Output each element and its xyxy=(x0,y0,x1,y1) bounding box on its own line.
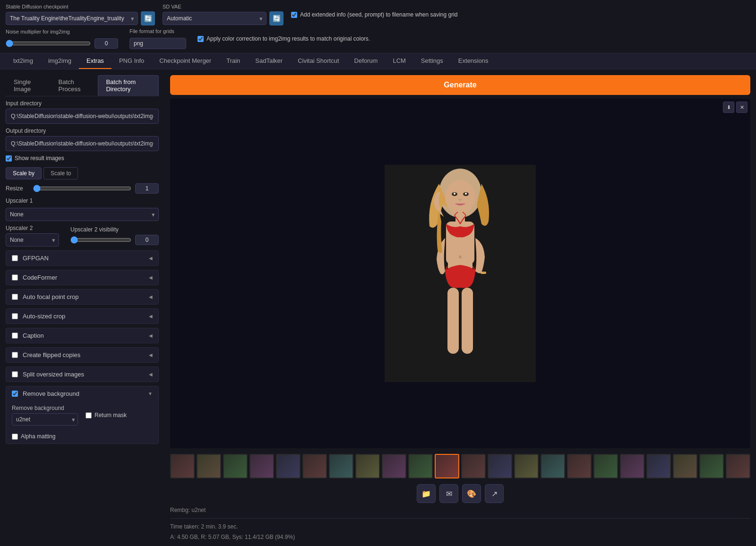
noise-input[interactable]: 0 xyxy=(94,38,118,49)
output-directory-input[interactable]: Q:\StableDiffusion\stable-diffusion-webu… xyxy=(6,136,159,151)
flipped-copies-section: Create flipped copies ◀ xyxy=(6,347,159,363)
split-oversized-label: Split oversized images xyxy=(23,371,144,378)
split-oversized-checkbox[interactable] xyxy=(12,371,18,377)
tab-checkpoint-merger[interactable]: Checkpoint Merger xyxy=(152,53,219,69)
split-oversized-header[interactable]: Split oversized images ◀ xyxy=(6,367,158,382)
flipped-copies-checkbox[interactable] xyxy=(12,352,18,358)
send-to-img2img-button[interactable]: ✉ xyxy=(439,484,458,503)
remove-bg-header[interactable]: Remove background ▼ xyxy=(6,386,158,401)
gfpgan-section: GFPGAN ◀ xyxy=(6,250,159,266)
codeformer-header[interactable]: CodeFormer ◀ xyxy=(6,270,158,285)
right-panel: Generate ⬇ ✕ xyxy=(164,69,756,546)
tab-extensions[interactable]: Extensions xyxy=(451,53,496,69)
upscaler2-visibility-slider[interactable] xyxy=(70,236,131,244)
thumbnail-3[interactable] xyxy=(249,454,274,478)
show-result-images-checkbox[interactable] xyxy=(6,155,12,162)
tab-train[interactable]: Train xyxy=(219,53,248,69)
thumbnail-8[interactable] xyxy=(382,454,406,478)
input-directory-input[interactable]: Q:\StableDiffusion\stable-diffusion-webu… xyxy=(6,109,159,124)
vae-select[interactable]: Automatic xyxy=(163,12,266,25)
u2net-select[interactable]: u2net xyxy=(12,413,78,426)
thumbnail-12[interactable] xyxy=(488,454,512,478)
thumbnail-16[interactable] xyxy=(593,454,618,478)
download-image-button[interactable]: ⬇ xyxy=(723,102,734,113)
tab-deforum[interactable]: Deforum xyxy=(347,53,386,69)
color-correction-checkbox[interactable] xyxy=(198,36,204,42)
scale-to-tab[interactable]: Scale to xyxy=(43,167,78,179)
extended-info-checkbox[interactable] xyxy=(291,12,297,18)
thumbnail-13[interactable] xyxy=(514,454,539,478)
checkpoint-select[interactable]: The Truality Engine\theTrualityEngine_tr… xyxy=(6,12,138,25)
subtab-batch-process[interactable]: Batch Process xyxy=(51,75,98,96)
caption-header[interactable]: Caption ◀ xyxy=(6,328,158,343)
thumbnail-5[interactable] xyxy=(302,454,327,478)
palette-button[interactable]: 🎨 xyxy=(462,484,481,503)
caption-checkbox[interactable] xyxy=(12,333,18,339)
gfpgan-checkbox[interactable] xyxy=(12,255,18,261)
alpha-matting-checkbox[interactable] xyxy=(12,434,18,440)
tab-pnginfo[interactable]: PNG Info xyxy=(112,53,152,69)
thumbnail-9[interactable] xyxy=(408,454,433,478)
generate-button[interactable]: Generate xyxy=(170,75,750,95)
flipped-copies-header[interactable]: Create flipped copies ◀ xyxy=(6,348,158,362)
tab-txt2img[interactable]: txt2img xyxy=(6,53,41,69)
thumbnail-7[interactable] xyxy=(355,454,380,478)
thumbnail-0[interactable] xyxy=(170,454,195,478)
auto-sized-header[interactable]: Auto-sized crop ◀ xyxy=(6,309,158,324)
thumbnail-1[interactable] xyxy=(197,454,221,478)
remove-bg-checkbox[interactable] xyxy=(12,391,18,397)
thumbnail-15[interactable] xyxy=(567,454,592,478)
svg-point-2 xyxy=(445,180,475,214)
subtab-batch-from-directory[interactable]: Batch from Directory xyxy=(98,75,159,96)
close-image-button[interactable]: ✕ xyxy=(736,102,747,113)
open-folder-button[interactable]: 📁 xyxy=(417,484,436,503)
checkpoint-refresh-button[interactable]: 🔄 xyxy=(141,11,155,26)
auto-focal-checkbox[interactable] xyxy=(12,294,18,300)
codeformer-checkbox[interactable] xyxy=(12,274,18,281)
upscaler1-label: Upscaler 1 xyxy=(6,197,159,204)
tab-settings[interactable]: Settings xyxy=(413,53,451,69)
return-mask-checkbox[interactable] xyxy=(86,412,92,418)
auto-focal-header[interactable]: Auto focal point crop ◀ xyxy=(6,290,158,304)
thumbnail-19[interactable] xyxy=(673,454,697,478)
upscaler1-select-wrap: None xyxy=(6,208,159,221)
thumbnail-4[interactable] xyxy=(276,454,301,478)
memory-info: A: 4.50 GB, R: 5.07 GB, Sys: 11.4/12 GB … xyxy=(170,534,750,540)
remove-bg-arrow-icon: ▼ xyxy=(148,391,153,396)
upscaler2-visibility-input[interactable]: 0 xyxy=(135,235,159,245)
auto-sized-label: Auto-sized crop xyxy=(23,313,144,320)
tab-lcm[interactable]: LCM xyxy=(385,53,413,69)
output-directory-label: Output directory xyxy=(6,128,159,134)
cursor-button[interactable]: ↗ xyxy=(485,484,504,503)
thumbnail-10[interactable] xyxy=(435,454,459,478)
thumbnail-21[interactable] xyxy=(726,454,750,478)
thumbnail-14[interactable] xyxy=(541,454,565,478)
tab-civitai[interactable]: Civitai Shortcut xyxy=(290,53,346,69)
resize-input[interactable]: 1 xyxy=(135,183,159,194)
resize-slider[interactable] xyxy=(33,185,131,192)
left-panel: Single Image Batch Process Batch from Di… xyxy=(0,69,164,546)
thumbnail-17[interactable] xyxy=(620,454,644,478)
codeformer-section: CodeFormer ◀ xyxy=(6,270,159,285)
auto-sized-checkbox[interactable] xyxy=(12,313,18,319)
tab-img2img[interactable]: img2img xyxy=(41,53,79,69)
thumbnail-20[interactable] xyxy=(699,454,724,478)
subtab-single-image[interactable]: Single Image xyxy=(6,75,51,96)
thumbnail-11[interactable] xyxy=(461,454,486,478)
file-format-input[interactable]: png xyxy=(129,38,186,49)
scale-by-tab[interactable]: Scale by xyxy=(6,167,42,179)
tab-extras[interactable]: Extras xyxy=(79,53,112,69)
thumbnail-6[interactable] xyxy=(329,454,353,478)
image-controls: ⬇ ✕ xyxy=(723,102,747,113)
upscaler2-select[interactable]: None xyxy=(6,233,59,247)
noise-slider[interactable] xyxy=(6,40,91,47)
vae-refresh-button[interactable]: 🔄 xyxy=(269,11,284,26)
tab-sadtalker[interactable]: SadTalker xyxy=(248,53,290,69)
image-display: ⬇ ✕ xyxy=(170,99,750,448)
upscaler1-select[interactable]: None xyxy=(6,208,159,221)
auto-sized-section: Auto-sized crop ◀ xyxy=(6,308,159,324)
thumbnail-18[interactable] xyxy=(646,454,671,478)
gfpgan-header[interactable]: GFPGAN ◀ xyxy=(6,251,158,265)
thumbnail-2[interactable] xyxy=(223,454,248,478)
noise-label: Noise multiplier for img2img xyxy=(6,29,118,34)
